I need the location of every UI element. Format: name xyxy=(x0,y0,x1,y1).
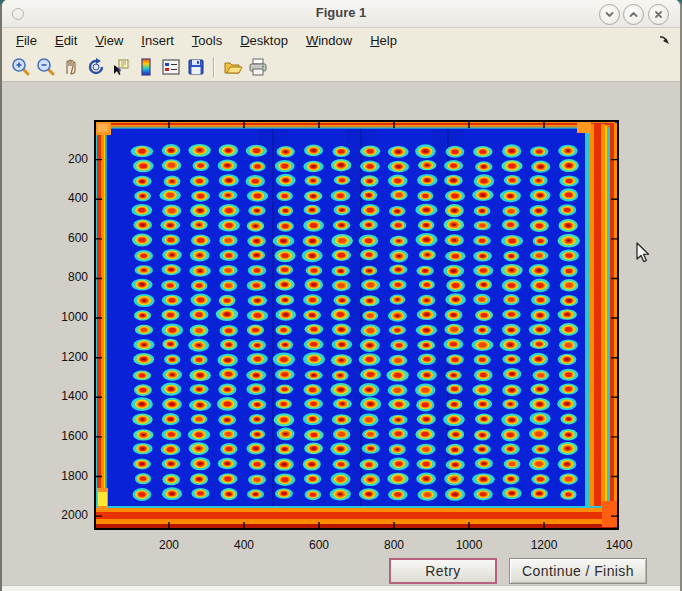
y-tick-label: 200 xyxy=(40,152,88,166)
figure-canvas-area: 2004006008001000120014002004006008001000… xyxy=(2,81,680,587)
microarray-heatmap-plot[interactable] xyxy=(94,120,619,530)
minimize-button[interactable] xyxy=(599,4,620,25)
y-tick-label: 800 xyxy=(40,270,88,284)
y-tick-label: 2000 xyxy=(40,508,88,522)
y-tick-label: 1600 xyxy=(40,429,88,443)
pan-button[interactable] xyxy=(58,55,83,79)
x-icon xyxy=(653,9,664,20)
menu-window[interactable]: Window xyxy=(306,33,352,48)
window-bottom-edge xyxy=(2,585,680,591)
x-tick-label: 200 xyxy=(147,538,191,552)
menu-tools[interactable]: Tools xyxy=(192,33,222,48)
x-tick-label: 1400 xyxy=(597,538,641,552)
zoom-in-button[interactable] xyxy=(8,55,33,79)
y-tick-label: 1400 xyxy=(40,389,88,403)
data-cursor-icon xyxy=(111,57,131,77)
zoom-out-button[interactable] xyxy=(33,55,58,79)
menu-desktop[interactable]: Desktop xyxy=(240,33,288,48)
save-icon xyxy=(186,57,206,77)
y-tick-label: 1800 xyxy=(40,469,88,483)
save-button[interactable] xyxy=(183,55,208,79)
zoom-out-icon xyxy=(36,57,56,77)
y-tick-label: 1200 xyxy=(40,350,88,364)
menu-bar: File Edit View Insert Tools Desktop Wind… xyxy=(2,28,680,52)
menu-help[interactable]: Help xyxy=(370,33,397,48)
chevron-down-icon xyxy=(604,9,615,20)
menu-insert[interactable]: Insert xyxy=(141,33,174,48)
colorbar-button[interactable] xyxy=(133,55,158,79)
y-tick-label: 1000 xyxy=(40,310,88,324)
x-tick-label: 1200 xyxy=(522,538,566,552)
open-folder-icon xyxy=(223,57,243,77)
x-tick-label: 600 xyxy=(297,538,341,552)
window-title: Figure 1 xyxy=(2,5,680,20)
close-button[interactable] xyxy=(648,4,669,25)
menu-edit[interactable]: Edit xyxy=(55,33,77,48)
y-tick-label: 400 xyxy=(40,191,88,205)
maximize-button[interactable] xyxy=(623,4,644,25)
rotate-3d-icon xyxy=(86,57,106,77)
continue-finish-button[interactable]: Continue / Finish xyxy=(509,558,647,584)
print-button[interactable] xyxy=(245,55,270,79)
menu-view[interactable]: View xyxy=(95,33,123,48)
pan-hand-icon xyxy=(61,57,81,77)
dock-figure-arrow-icon[interactable] xyxy=(657,33,671,51)
zoom-in-icon xyxy=(11,57,31,77)
figure-window: Figure 1 File Edit View Insert Tools Des… xyxy=(0,0,682,591)
toolbar-separator xyxy=(213,57,215,77)
chevron-up-icon xyxy=(628,9,639,20)
print-icon xyxy=(248,57,268,77)
y-tick-label: 600 xyxy=(40,231,88,245)
data-cursor-button[interactable] xyxy=(108,55,133,79)
insert-legend-icon xyxy=(161,57,181,77)
menu-file[interactable]: File xyxy=(16,33,37,48)
insert-legend-button[interactable] xyxy=(158,55,183,79)
x-tick-label: 1000 xyxy=(447,538,491,552)
mouse-cursor-icon xyxy=(636,242,652,268)
rotate-3d-button[interactable] xyxy=(83,55,108,79)
x-tick-label: 400 xyxy=(222,538,266,552)
x-tick-label: 800 xyxy=(372,538,416,552)
retry-button[interactable]: Retry xyxy=(389,558,497,584)
open-file-button[interactable] xyxy=(220,55,245,79)
colorbar-icon xyxy=(136,57,156,77)
figure-toolbar xyxy=(2,52,680,81)
title-bar[interactable]: Figure 1 xyxy=(2,0,680,28)
